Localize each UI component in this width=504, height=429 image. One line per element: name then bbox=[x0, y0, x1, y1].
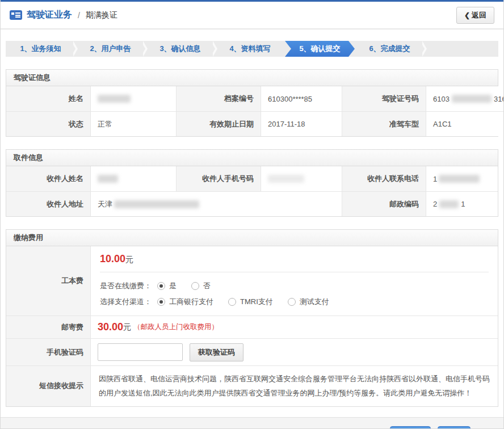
pickup-info-section: 取件信息 收件人姓名 收件人手机号码 收件人联系电话 1 收件人地址 天津 邮政… bbox=[6, 149, 498, 217]
page-header: 驾驶证业务 / 期满换证 ❮返回 bbox=[1, 2, 503, 30]
channel-icbc-option[interactable]: 工商银行支付 bbox=[157, 297, 213, 307]
name-value bbox=[90, 86, 176, 111]
radio-unchecked-icon[interactable] bbox=[288, 298, 296, 306]
pay-channel-row: 选择支付渠道： 工商银行支付 TMRI支付 测试支付 bbox=[100, 294, 489, 310]
step-2-declaration[interactable]: 2、用户申告 bbox=[75, 41, 145, 57]
back-button-label: 返回 bbox=[472, 11, 486, 19]
radio-unchecked-icon[interactable] bbox=[228, 298, 236, 306]
recipient-name-label: 收件人姓名 bbox=[6, 166, 90, 191]
license-service-icon bbox=[10, 10, 22, 20]
footer-bar: 上一步 完成 bbox=[1, 417, 503, 429]
sms-notice-text: 因陕西省联通、电信运营商技术问题，陕西省互联网交通安全综合服务管理平台无法向持陕… bbox=[90, 365, 498, 406]
license-section-title: 驾驶证信息 bbox=[6, 70, 498, 86]
vehicle-class-value: A1C1 bbox=[426, 111, 504, 136]
captcha-input[interactable] bbox=[98, 343, 183, 361]
license-no-label: 驾驶证号码 bbox=[342, 86, 426, 111]
main-content: 1、业务须知 2、用户申告 3、确认信息 4、资料填写 5、确认提交 6、完成提… bbox=[1, 41, 503, 407]
license-info-section: 驾驶证信息 姓名 档案编号 610300****85 驾驶证号码 6103316… bbox=[6, 69, 498, 137]
postage-value: 30.00元 （邮政人员上门收取费用） bbox=[90, 316, 498, 338]
work-fee-cell: 10.00元 是否在线缴费： 是 否 选择支付渠道： 工商银行支付 TMRI支付 bbox=[90, 246, 498, 316]
redacted-recipient-name bbox=[98, 175, 118, 183]
recipient-address-value: 天津 bbox=[90, 191, 342, 216]
status-label: 状态 bbox=[6, 111, 90, 136]
redacted-name bbox=[98, 95, 131, 103]
fees-table: 工本费 10.00元 是否在线缴费： 是 否 选择支付渠道： bbox=[6, 246, 498, 406]
chevron-left-icon: ❮ bbox=[464, 11, 470, 19]
redacted-license-no bbox=[452, 95, 492, 103]
back-button[interactable]: ❮返回 bbox=[456, 7, 494, 24]
license-info-table: 姓名 档案编号 610300****85 驾驶证号码 61033163X 状态 … bbox=[6, 86, 498, 136]
postage-unit: 元 bbox=[123, 322, 131, 333]
file-no-value: 610300****85 bbox=[261, 86, 342, 111]
breadcrumb: 驾驶证业务 / 期满换证 bbox=[10, 9, 117, 21]
finish-button[interactable]: 完成 bbox=[438, 426, 471, 429]
fees-section-title: 缴纳费用 bbox=[6, 230, 498, 246]
previous-step-button[interactable]: 上一步 bbox=[390, 426, 431, 429]
channel-tmri-option[interactable]: TMRI支付 bbox=[228, 297, 273, 307]
radio-unchecked-icon[interactable] bbox=[191, 282, 199, 290]
channel-test-option[interactable]: 测试支付 bbox=[288, 297, 329, 307]
page: 驾驶证业务 / 期满换证 ❮返回 1、业务须知 2、用户申告 3、确认信息 4、… bbox=[0, 0, 504, 429]
postal-code-label: 邮政编码 bbox=[342, 191, 426, 216]
name-label: 姓名 bbox=[6, 86, 90, 111]
fee-divider bbox=[100, 272, 489, 272]
recipient-phone-value: 1 bbox=[426, 166, 498, 191]
online-pay-yes-option[interactable]: 是 bbox=[157, 281, 177, 291]
postage-note: （邮政人员上门收取费用） bbox=[133, 322, 219, 332]
recipient-name-value bbox=[90, 166, 176, 191]
step-4-fill-data[interactable]: 4、资料填写 bbox=[215, 41, 285, 57]
page-subtitle: 期满换证 bbox=[86, 10, 117, 20]
online-pay-row: 是否在线缴费： 是 否 bbox=[100, 278, 489, 294]
get-captcha-button[interactable]: 获取验证码 bbox=[190, 343, 243, 361]
step-1-notice[interactable]: 1、业务须知 bbox=[6, 41, 75, 57]
captcha-label: 手机验证码 bbox=[6, 338, 90, 365]
page-title: 驾驶证业务 bbox=[27, 9, 72, 21]
recipient-phone-label: 收件人联系电话 bbox=[342, 166, 426, 191]
sms-notice-label: 短信接收提示 bbox=[6, 365, 90, 406]
expiry-label: 有效期止日期 bbox=[176, 111, 261, 136]
redacted-recipient-mobile bbox=[268, 175, 304, 183]
work-fee-label: 工本费 bbox=[6, 246, 90, 316]
radio-checked-icon[interactable] bbox=[157, 282, 165, 290]
vehicle-class-label: 准驾车型 bbox=[342, 111, 426, 136]
pickup-section-title: 取件信息 bbox=[6, 150, 498, 166]
recipient-mobile-value bbox=[261, 166, 342, 191]
work-fee-unit: 元 bbox=[125, 255, 133, 264]
pay-channel-label: 选择支付渠道： bbox=[100, 297, 152, 307]
work-fee-amount: 10.00 bbox=[100, 253, 125, 264]
postage-label: 邮寄费 bbox=[6, 316, 90, 338]
breadcrumb-divider: / bbox=[78, 11, 80, 20]
redacted-postal-code bbox=[439, 200, 459, 208]
redacted-recipient-phone bbox=[439, 175, 480, 183]
license-no-value: 61033163X bbox=[426, 86, 504, 111]
step-5-confirm-submit-active[interactable]: 5、确认提交 bbox=[285, 41, 355, 57]
pickup-info-table: 收件人姓名 收件人手机号码 收件人联系电话 1 收件人地址 天津 邮政编码 21 bbox=[6, 166, 498, 216]
postage-amount: 30.00 bbox=[98, 321, 123, 333]
step-nav: 1、业务须知 2、用户申告 3、确认信息 4、资料填写 5、确认提交 6、完成提… bbox=[6, 41, 498, 57]
step-nav-filler bbox=[425, 41, 498, 57]
radio-checked-icon[interactable] bbox=[157, 298, 165, 306]
online-pay-label: 是否在线缴费： bbox=[100, 281, 152, 291]
online-pay-no-option[interactable]: 否 bbox=[191, 281, 211, 291]
recipient-mobile-label: 收件人手机号码 bbox=[176, 166, 261, 191]
redacted-recipient-address bbox=[114, 200, 199, 208]
recipient-address-label: 收件人地址 bbox=[6, 191, 90, 216]
step-6-complete[interactable]: 6、完成提交 bbox=[355, 41, 425, 57]
postal-code-value: 21 bbox=[426, 191, 498, 216]
captcha-cell: 获取验证码 bbox=[90, 338, 498, 365]
fees-section: 缴纳费用 工本费 10.00元 是否在线缴费： 是 否 bbox=[6, 229, 498, 407]
work-fee-amount-row: 10.00元 bbox=[100, 253, 489, 265]
file-no-label: 档案编号 bbox=[176, 86, 261, 111]
expiry-value: 2017-11-18 bbox=[261, 111, 342, 136]
step-3-confirm-info[interactable]: 3、确认信息 bbox=[145, 41, 215, 57]
status-value: 正常 bbox=[90, 111, 176, 136]
